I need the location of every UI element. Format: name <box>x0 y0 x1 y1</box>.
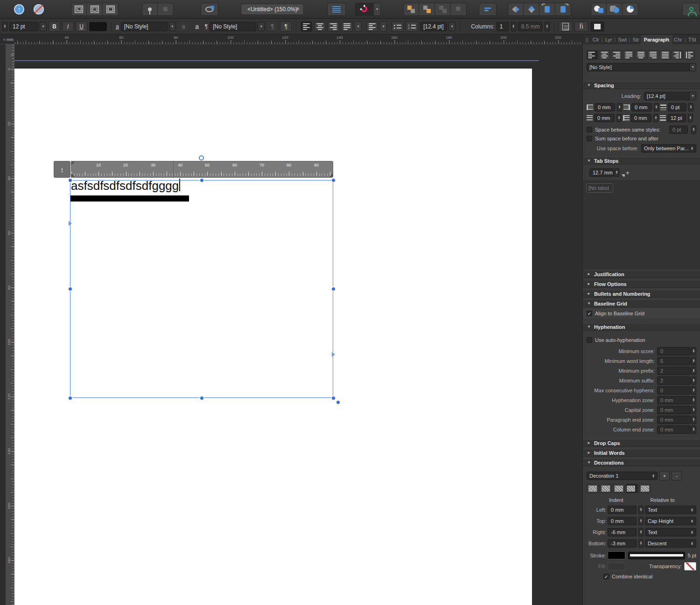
stroke-color-swatch[interactable] <box>608 551 625 559</box>
flip-vertical-button[interactable] <box>524 3 539 16</box>
move-forward-button[interactable] <box>419 3 435 16</box>
rotate-cw-button[interactable] <box>555 3 571 16</box>
hyphenation-field[interactable]: 2 <box>657 367 691 375</box>
frame-handle-top-left[interactable] <box>69 179 72 182</box>
frame-handle-mid-left[interactable] <box>69 287 72 291</box>
text-frame[interactable] <box>70 180 333 398</box>
left-indent-field[interactable]: 0 mm <box>594 114 615 122</box>
stepper[interactable]: ▲▼ <box>638 517 644 525</box>
deco-right-relative-select[interactable]: Text▲▼ <box>645 528 696 536</box>
boolean-divide-button[interactable] <box>623 3 638 16</box>
align-towards-spine-button[interactable] <box>672 50 683 60</box>
justify-left-button[interactable] <box>623 50 634 60</box>
tab-str[interactable]: Str <box>631 35 641 44</box>
columns-stepper[interactable]: ▲▼ <box>511 22 516 31</box>
align-away-spine-button[interactable] <box>684 50 695 60</box>
wrap-inside-button[interactable] <box>103 3 119 16</box>
stepper[interactable]: ▲▼ <box>688 103 693 111</box>
font-size-select[interactable]: 12 pt <box>9 22 38 31</box>
frame-handle-top-right[interactable] <box>332 179 335 182</box>
stepper[interactable]: ▲▼ <box>638 528 644 536</box>
text-color-swatch[interactable] <box>89 22 107 31</box>
boolean-subtract-button[interactable] <box>607 3 623 16</box>
underline-button[interactable]: U <box>76 21 87 32</box>
hyphenation-field[interactable]: 0 <box>657 386 691 395</box>
justify-center-button[interactable] <box>635 50 646 60</box>
document-title[interactable]: <Untitled> (150.0%) ✱ <box>241 4 304 15</box>
stepper[interactable]: ▲▼ <box>614 168 619 177</box>
justify-options-caret[interactable]: ▾ <box>355 21 362 32</box>
bullet-list-button[interactable] <box>392 21 404 32</box>
vertical-ruler[interactable]: 0 20 40 60 80 100 120 140 160 180 <box>6 44 14 605</box>
boolean-add-button[interactable] <box>591 3 607 16</box>
text-ruler[interactable]: 10 20 30 40 50 60 70 80 90 <box>71 161 333 178</box>
leading-select[interactable]: [12.4 pt] <box>420 22 447 31</box>
right-indent-field[interactable]: 0 mm <box>631 103 652 111</box>
stepper[interactable]: ▲▼ <box>691 347 696 355</box>
deco-left-relative-select[interactable]: Text▲▼ <box>645 506 696 514</box>
stepper[interactable]: ▲▼ <box>617 103 622 111</box>
stepper[interactable]: ▲▼ <box>688 114 693 122</box>
deco-top-relative-select[interactable]: Cap Height▲▼ <box>645 517 696 525</box>
show-special-chars-button[interactable]: ¶ <box>280 21 292 32</box>
tab-swt[interactable]: Swt <box>616 35 628 44</box>
columns-input[interactable]: 1 <box>497 22 509 31</box>
decoration-style-border-button[interactable] <box>613 484 625 493</box>
frame-handle-mid-right[interactable] <box>332 287 335 291</box>
same-styles-checkbox[interactable] <box>587 127 592 132</box>
color-picker-button[interactable] <box>201 3 218 16</box>
justify-button[interactable] <box>341 21 353 32</box>
align-right-button[interactable] <box>328 21 339 32</box>
font-size-caret[interactable]: ▾ <box>40 22 47 31</box>
section-header-decorations[interactable]: ▼Decorations <box>583 459 700 466</box>
space-before-field[interactable]: 0 pt <box>668 103 686 111</box>
document-canvas[interactable]: 0 20 40 60 80 100 120 140 160 180 asfsdf… <box>0 44 582 605</box>
char-style-select[interactable]: [No Style] <box>121 22 168 31</box>
transparency-swatch[interactable] <box>684 562 696 570</box>
update-char-style-button[interactable]: a <box>178 21 189 32</box>
move-to-front-button[interactable] <box>403 3 419 16</box>
flip-horizontal-button[interactable] <box>508 3 524 16</box>
section-header-spacing[interactable]: ▼Spacing <box>583 81 700 89</box>
stepper[interactable]: ▲▼ <box>691 406 696 414</box>
section-header-bullets[interactable]: ►Bullets and Numbering <box>583 290 700 298</box>
add-tab-stop-icon[interactable]: + <box>626 169 630 176</box>
space-after-field[interactable]: 12 pt <box>667 114 686 122</box>
move-backward-button[interactable] <box>435 3 451 16</box>
vertical-align-caret[interactable]: ▾ <box>380 21 387 32</box>
decoration-select[interactable]: Decoration 1▲▼ <box>587 472 658 480</box>
panel-collapse-icon[interactable]: || <box>583 35 591 44</box>
same-styles-field[interactable]: 0 pt <box>669 125 688 134</box>
wrap-none-button[interactable] <box>71 3 87 16</box>
tab-clr[interactable]: Clr <box>591 35 601 44</box>
text-flow-in-arrow[interactable] <box>69 221 72 226</box>
stepper[interactable]: ▲▼ <box>691 416 696 424</box>
hyphenation-field[interactable]: 2 <box>657 376 691 385</box>
justify-right-button[interactable] <box>647 50 658 60</box>
char-style-caret[interactable]: ▾ <box>169 22 176 31</box>
frame-properties-button[interactable] <box>559 21 573 32</box>
update-para-style-button[interactable]: ¶ <box>266 21 278 32</box>
rotate-ccw-button[interactable] <box>539 3 555 16</box>
auto-hyphenation-checkbox[interactable] <box>587 337 592 343</box>
default-tab-stop-field[interactable]: 12.7 mm <box>589 168 614 177</box>
section-header-hyphenation[interactable]: ▼Hyphenation <box>583 323 700 331</box>
sum-space-checkbox[interactable] <box>587 136 592 141</box>
align-center-button[interactable] <box>314 21 326 32</box>
use-space-before-select[interactable]: Only between Par...▲▼ <box>641 144 696 153</box>
horizontal-ruler[interactable]: 40 60 80 100 120 140 160 180 200 220 <box>14 35 582 44</box>
deco-bottom-field[interactable]: -3 mm <box>608 539 637 548</box>
ruler-corner[interactable]: ≣ mm <box>0 35 14 44</box>
stepper[interactable]: ▲▼ <box>638 506 644 514</box>
move-to-back-button[interactable] <box>451 3 467 16</box>
deco-left-field[interactable]: 0 mm <box>608 506 637 514</box>
align-baseline-checkbox[interactable]: ✓ <box>587 311 592 316</box>
hyphenation-field[interactable]: 0 mm <box>657 406 691 414</box>
frame-handle-bottom-right[interactable] <box>332 396 335 400</box>
font-size-stepper[interactable]: ▲▼ <box>2 22 7 31</box>
publisher-persona-button[interactable]: ↑ <box>9 3 29 16</box>
frame-handle-top-mid[interactable] <box>200 179 203 182</box>
section-header-tab-stops[interactable]: ▼Tab Stops <box>583 157 700 165</box>
fill-color-swatch[interactable] <box>608 563 625 570</box>
deco-bottom-relative-select[interactable]: Descent▲▼ <box>645 539 696 548</box>
